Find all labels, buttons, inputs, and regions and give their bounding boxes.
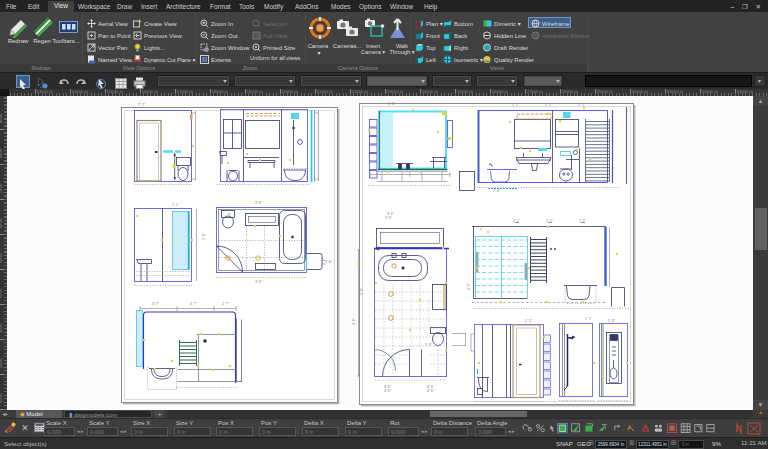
svg-text:3' 6": 3' 6": [360, 287, 364, 295]
svg-text:1' 1": 1' 1": [579, 219, 587, 223]
svg-text:1' 6": 1' 6": [425, 343, 433, 347]
svg-text:1' 1": 1' 1": [525, 319, 533, 323]
svg-text:1' 1": 1' 1": [578, 103, 586, 107]
svg-text:4' 6": 4' 6": [427, 389, 435, 393]
svg-text:4' 6": 4' 6": [384, 389, 392, 393]
svg-text:1' 1": 1' 1": [172, 203, 180, 207]
svg-text:1' 1": 1' 1": [546, 219, 554, 223]
svg-text:3' 6": 3' 6": [255, 280, 263, 284]
svg-text:1' 1": 1' 1": [545, 103, 553, 107]
svg-text:3' 6": 3' 6": [255, 201, 263, 205]
svg-text:1' 1": 1' 1": [512, 103, 520, 107]
svg-text:4' 7": 4' 7": [190, 302, 198, 306]
svg-text:1' 3": 1' 3": [608, 319, 616, 323]
svg-text:5' 4": 5' 4": [388, 102, 396, 106]
svg-text:3' 6": 3' 6": [385, 216, 393, 220]
svg-text:2' 7": 2' 7": [222, 302, 230, 306]
svg-text:4' 7": 4' 7": [152, 302, 160, 306]
svg-text:7' 7": 7' 7": [138, 103, 146, 107]
svg-text:3' 6": 3' 6": [352, 317, 356, 325]
svg-text:3' 6": 3' 6": [467, 282, 471, 290]
svg-text:3' 6": 3' 6": [202, 232, 206, 240]
svg-text:1' 1": 1' 1": [513, 219, 521, 223]
svg-text:2' 6": 2' 6": [493, 189, 501, 193]
svg-text:1' 1": 1' 1": [585, 317, 593, 321]
svg-text:3' 6": 3' 6": [325, 260, 333, 264]
